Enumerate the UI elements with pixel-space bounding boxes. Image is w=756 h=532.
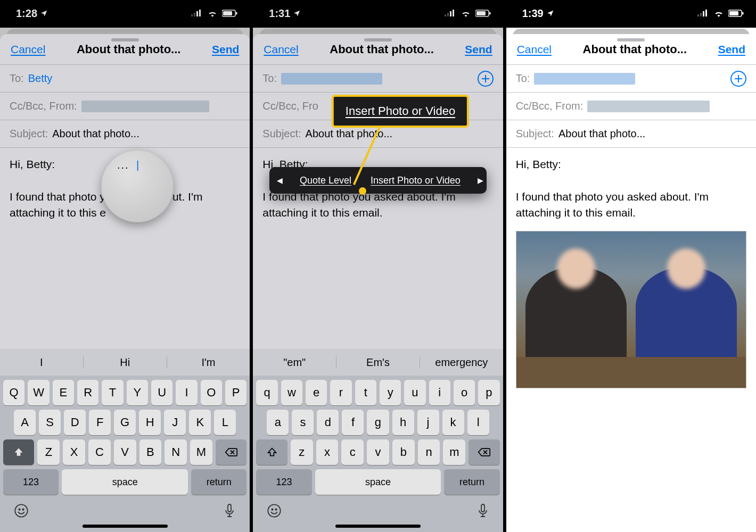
key-e[interactable]: E [53,380,74,405]
key-h[interactable]: H [139,410,161,435]
key-g[interactable]: G [114,410,136,435]
space-key[interactable]: space [315,469,441,495]
return-key[interactable]: return [191,469,246,495]
key-v[interactable]: V [114,439,136,465]
key-d[interactable]: d [317,410,339,435]
key-w[interactable]: w [281,380,302,405]
dictation-key[interactable] [476,503,489,521]
key-i[interactable]: I [176,380,197,405]
dictation-key[interactable] [223,503,236,521]
edit-menu-next[interactable]: ▶ [470,167,487,194]
key-e[interactable]: e [306,380,327,405]
key-i[interactable]: i [429,380,450,405]
backspace-key[interactable] [469,439,499,465]
message-body[interactable]: Hi, Betty: I found that photo you asked … [0,148,250,265]
key-f[interactable]: f [342,410,364,435]
key-z[interactable]: z [291,439,313,465]
suggestion-1[interactable]: I [0,356,83,369]
key-w[interactable]: W [28,380,49,405]
key-p[interactable]: P [225,380,246,405]
key-b[interactable]: B [139,439,162,465]
backspace-key[interactable] [216,439,246,465]
key-k[interactable]: K [189,410,211,435]
suggestion-2[interactable]: Hi [83,356,167,369]
suggestion-3[interactable]: I'm [167,356,250,369]
key-k[interactable]: k [442,410,464,435]
key-d[interactable]: D [64,410,86,435]
keyboard[interactable]: I Hi I'm Q W E R T Y U I O P A [0,349,250,532]
suggestion-2[interactable]: Em's [336,356,420,369]
emoji-key[interactable] [267,503,282,521]
ccbcc-field[interactable]: Cc/Bcc, From: [506,93,756,120]
cancel-button[interactable]: Cancel [11,43,45,56]
add-recipient-button[interactable] [730,71,746,87]
key-m[interactable]: M [190,439,212,465]
subject-value[interactable]: About that photo... [558,128,645,140]
key-y[interactable]: y [380,380,401,405]
key-u[interactable]: u [404,380,425,405]
edit-menu-quote-level[interactable]: Quote Level [290,167,361,194]
numbers-key[interactable]: 123 [256,469,311,495]
key-s[interactable]: S [39,410,61,435]
sheet-grabber[interactable] [364,38,392,41]
cancel-button[interactable]: Cancel [517,43,552,56]
key-t[interactable]: t [355,380,376,405]
key-a[interactable]: a [267,410,289,435]
keyboard-suggestions[interactable]: I Hi I'm [0,349,250,376]
key-q[interactable]: q [256,380,277,405]
send-button[interactable]: Send [212,43,239,56]
subject-value[interactable]: About that photo... [52,128,139,140]
emoji-key[interactable] [14,503,29,521]
home-indicator[interactable] [335,525,421,528]
message-body[interactable]: Hi, Betty: I found that photo you asked … [253,148,503,265]
key-j[interactable]: j [417,410,439,435]
to-field[interactable]: To: [506,65,756,93]
key-m[interactable]: m [443,439,465,465]
key-z[interactable]: Z [37,439,60,465]
key-g[interactable]: g [367,410,389,435]
key-q[interactable]: Q [3,380,24,405]
key-n[interactable]: n [418,439,440,465]
to-field[interactable]: To: [253,65,503,93]
key-o[interactable]: o [454,380,475,405]
send-button[interactable]: Send [465,43,492,56]
to-field[interactable]: To: Betty [0,65,250,93]
cancel-button[interactable]: Cancel [264,43,298,56]
edit-menu-prev[interactable]: ◀ [269,167,290,194]
key-h[interactable]: h [392,410,414,435]
key-l[interactable]: L [214,410,236,435]
numbers-key[interactable]: 123 [3,469,59,495]
keyboard-suggestions[interactable]: "em" Em's emergency [253,349,503,376]
subject-field[interactable]: Subject: About that photo... [506,120,756,148]
key-r[interactable]: R [77,380,98,405]
key-j[interactable]: J [164,410,186,435]
edit-menu-insert-photo[interactable]: Insert Photo or Video [361,167,470,194]
add-recipient-button[interactable] [478,71,494,87]
key-u[interactable]: U [151,380,172,405]
key-l[interactable]: l [467,410,489,435]
key-c[interactable]: c [341,439,364,465]
key-t[interactable]: T [102,380,123,405]
message-body[interactable]: Hi, Betty: I found that photo you asked … [506,148,756,388]
key-r[interactable]: r [330,380,351,405]
text-magnifier[interactable] [101,150,174,222]
key-p[interactable]: p [478,380,499,405]
key-o[interactable]: O [201,380,222,405]
suggestion-1[interactable]: "em" [253,356,336,369]
key-n[interactable]: N [165,439,187,465]
to-value[interactable]: Betty [28,72,53,85]
ccbcc-field[interactable]: Cc/Bcc, From: [0,93,250,120]
return-key[interactable]: return [444,469,499,495]
key-x[interactable]: x [316,439,339,465]
suggestion-3[interactable]: emergency [420,356,503,369]
shift-key[interactable] [256,439,287,465]
key-c[interactable]: C [88,439,111,465]
home-indicator[interactable] [588,525,673,528]
sheet-grabber[interactable] [111,38,139,41]
subject-field[interactable]: Subject: About that photo... [0,120,250,148]
key-f[interactable]: F [89,410,111,435]
key-s[interactable]: s [292,410,314,435]
key-v[interactable]: v [367,439,389,465]
home-indicator[interactable] [83,525,168,528]
key-b[interactable]: b [392,439,415,465]
